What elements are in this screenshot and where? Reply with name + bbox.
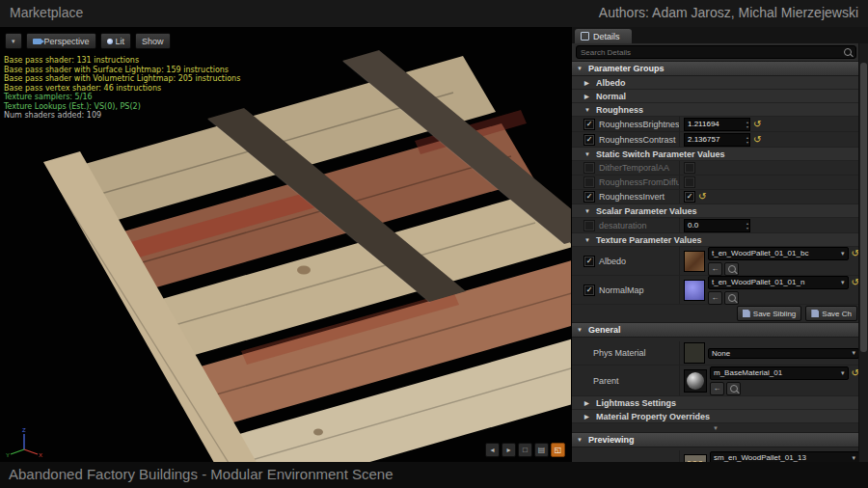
reset-to-default-icon[interactable]: ↺ <box>698 192 706 202</box>
search-row: Search Details <box>572 43 868 62</box>
desaturation-spinbox[interactable]: 0.0 ▴▾ <box>684 219 750 232</box>
save-sibling-label: Save Sibling <box>753 310 796 318</box>
spin-value: 0.0 <box>688 221 698 230</box>
chevron-down-icon: ▾ <box>852 349 855 357</box>
browse-to-asset-button[interactable] <box>724 262 739 276</box>
override-checkbox[interactable] <box>583 220 595 231</box>
use-selected-asset-button[interactable]: ← <box>710 382 724 395</box>
override-checkbox[interactable]: ✓ <box>583 119 595 130</box>
axis-y-label: Y <box>6 452 10 458</box>
viewport-nav-icon-1[interactable]: ◂ <box>485 443 500 457</box>
chevron-down-icon: ▾ <box>852 454 855 462</box>
normalmap-texture-thumbnail[interactable] <box>684 280 705 301</box>
phys-material-thumbnail[interactable] <box>684 342 705 364</box>
override-checkbox[interactable]: ✓ <box>583 256 595 267</box>
viewport-3d[interactable]: ▾ Perspective Lit Show Base pass shader:… <box>0 27 571 462</box>
category-general[interactable]: ▼ General <box>572 323 859 338</box>
dropdown-value: sm_en_WoodPallet_01_13 <box>714 453 852 462</box>
group-lightmass-settings[interactable]: ▶ Lightmass Settings <box>572 396 859 410</box>
parent-material-dropdown[interactable]: m_BaseMaterial_01 ▾ <box>710 366 849 380</box>
viewport-toolbar: ▾ Perspective Lit Show <box>5 33 171 49</box>
category-parameter-groups[interactable]: ▼ Parameter Groups <box>572 62 859 76</box>
row-dither-temporal-aa: DitherTemporalAA <box>572 161 859 176</box>
albedo-texture-thumbnail[interactable] <box>684 251 705 272</box>
override-checkbox[interactable] <box>583 176 595 188</box>
viewport-maximize-icon[interactable]: ◱ <box>551 443 565 457</box>
perspective-button[interactable]: Perspective <box>26 33 96 49</box>
reset-to-default-icon[interactable]: ↺ <box>753 135 761 145</box>
preview-mesh-thumbnail[interactable] <box>684 454 707 463</box>
value-checkbox[interactable]: ✓ <box>684 191 695 203</box>
row-normal-texture: ✓ NormalMap t_en_WoodPallet_01_01_n ▾ ↺ <box>572 276 859 305</box>
save-sibling-button[interactable]: Save Sibling <box>737 306 801 321</box>
scrollbar-thumb[interactable] <box>860 63 867 352</box>
lightbulb-icon <box>107 39 113 44</box>
group-texture[interactable]: ▼ Texture Parameter Values <box>572 233 859 247</box>
group-albedo[interactable]: ▶ Albedo <box>572 76 859 90</box>
group-roughness[interactable]: ▼ Roughness <box>572 103 859 117</box>
stat-line: Num shaders added: 109 <box>4 111 240 121</box>
search-icon <box>844 48 852 56</box>
row-roughness-contrast: ✓ RoughnessContrast 2.136757 ▴▾ ↺ <box>572 132 859 148</box>
dropdown-value: None <box>712 349 852 358</box>
override-checkbox[interactable] <box>583 162 595 174</box>
search-details-input[interactable]: Search Details <box>576 45 856 59</box>
param-label: DitherTemporalAA <box>599 163 669 173</box>
param-label: RoughnessInvert <box>599 192 665 202</box>
group-material-property-overrides[interactable]: ▶ Material Property Overrides <box>572 410 859 423</box>
override-checkbox[interactable]: ✓ <box>583 191 595 203</box>
normalmap-texture-dropdown[interactable]: t_en_WoodPallet_01_01_n ▾ <box>708 276 849 289</box>
group-label: Normal <box>596 92 626 101</box>
shader-stats: Base pass shader: 131 instructions Base … <box>4 56 240 121</box>
spinner-arrows-icon[interactable]: ▴▾ <box>746 120 748 129</box>
category-previewing[interactable]: ▼ Previewing <box>572 433 859 447</box>
viewport-options-button[interactable]: ▾ <box>5 33 22 49</box>
reset-to-default-icon[interactable]: ↺ <box>753 120 761 129</box>
group-label: Roughness <box>596 105 643 115</box>
bottom-bar: Abandoned Factory Buildings - Modular En… <box>0 462 868 488</box>
group-scalar[interactable]: ▼ Scalar Parameter Values <box>572 204 859 218</box>
override-checkbox[interactable]: ✓ <box>583 285 595 296</box>
group-label: Texture Parameter Values <box>596 235 701 245</box>
roughness-brightness-spinbox[interactable]: 1.211694 ▴▾ <box>684 118 750 131</box>
viewport-nav-icon-4[interactable]: ▤ <box>534 443 549 457</box>
viewport-nav-icon-3[interactable]: □ <box>518 443 532 457</box>
row-desaturation: desaturation 0.0 ▴▾ <box>572 218 859 233</box>
value-checkbox[interactable] <box>684 176 695 188</box>
parent-material-thumbnail[interactable] <box>684 369 707 393</box>
group-static-switch[interactable]: ▼ Static Switch Parameter Values <box>572 148 859 161</box>
use-selected-asset-button[interactable]: ← <box>708 291 722 305</box>
group-normal[interactable]: ▶ Normal <box>572 90 859 103</box>
row-roughness-brightness: ✓ RoughnessBrightness 1.211694 ▴▾ ↺ <box>572 117 859 132</box>
use-selected-asset-button[interactable]: ← <box>708 262 722 276</box>
chevron-down-icon: ▼ <box>577 66 584 71</box>
value-checkbox[interactable] <box>684 162 695 174</box>
viewport-nav-bar: ◂ ▸ □ ▤ ◱ <box>485 443 565 457</box>
chevron-right-icon: ▶ <box>584 79 592 86</box>
details-tab-bar: Details <box>572 27 868 43</box>
group-label: Material Property Overrides <box>596 412 710 421</box>
axis-gizmo: Z X Y <box>4 424 44 459</box>
roughness-contrast-spinbox[interactable]: 2.136757 ▴▾ <box>684 133 750 147</box>
spinner-arrows-icon[interactable]: ▴▾ <box>746 221 748 230</box>
chevron-down-icon: ▼ <box>584 237 592 243</box>
show-flags-button[interactable]: Show <box>135 33 171 49</box>
viewport-nav-icon-2[interactable]: ▸ <box>502 443 516 457</box>
phys-material-dropdown[interactable]: None ▾ <box>708 348 859 359</box>
category-expander[interactable]: ▼ <box>572 423 859 433</box>
spin-value: 1.211694 <box>688 120 719 128</box>
preview-mesh-dropdown[interactable]: sm_en_WoodPallet_01_13 ▾ <box>710 451 859 463</box>
browse-to-asset-button[interactable] <box>724 291 739 305</box>
save-child-button[interactable]: Save Ch <box>805 306 857 321</box>
browse-to-asset-button[interactable] <box>726 382 741 395</box>
category-label: General <box>588 325 621 335</box>
spinner-arrows-icon[interactable]: ▴▾ <box>746 135 748 145</box>
details-scrollbar[interactable] <box>858 43 868 462</box>
override-checkbox[interactable]: ✓ <box>583 134 595 146</box>
tab-details[interactable]: Details <box>575 29 632 43</box>
chevron-down-icon: ▾ <box>12 38 15 45</box>
row-phys-material: Phys Material None ▾ <box>572 341 859 366</box>
category-label: Parameter Groups <box>588 64 665 73</box>
albedo-texture-dropdown[interactable]: t_en_WoodPallet_01_01_bc ▾ <box>708 247 849 260</box>
lit-mode-button[interactable]: Lit <box>100 33 132 49</box>
